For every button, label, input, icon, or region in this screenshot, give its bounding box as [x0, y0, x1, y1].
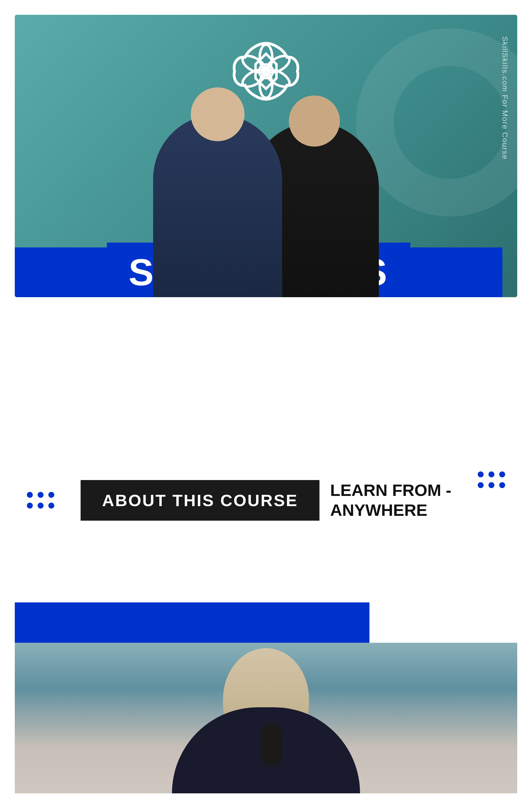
- dot: [27, 503, 33, 509]
- person-left-body: [153, 114, 282, 297]
- video-person: [158, 643, 374, 793]
- about-badge: ABOUT THIS COURSE: [81, 480, 320, 521]
- dot: [38, 503, 43, 509]
- video-person-body: [172, 707, 360, 793]
- dot: [478, 471, 483, 477]
- middle-section: ABOUT THIS COURSE LEARN FROM - ANYWHERE: [0, 398, 532, 602]
- dot: [49, 503, 54, 509]
- dot: [489, 482, 494, 488]
- dot: [499, 482, 505, 488]
- video-person-background: [15, 643, 517, 793]
- dot-grid-right: [478, 471, 505, 488]
- dot: [49, 492, 54, 498]
- video-thumbnail[interactable]: [15, 643, 517, 793]
- learn-from-anywhere-text: LEARN FROM - ANYWHERE: [330, 480, 451, 520]
- dot: [38, 492, 43, 498]
- learn-from-line1: LEARN FROM -: [330, 480, 451, 500]
- dot: [499, 471, 505, 477]
- person-left-head: [191, 87, 245, 141]
- dot: [478, 482, 483, 488]
- learn-from-line2: ANYWHERE: [330, 500, 451, 520]
- dot: [489, 471, 494, 477]
- hero-section: SkillSkills.com For More Course: [0, 0, 532, 398]
- video-microphone: [261, 723, 282, 766]
- dot: [27, 492, 33, 498]
- about-badge-text: ABOUT THIS COURSE: [102, 491, 298, 510]
- video-section: [0, 602, 532, 799]
- dot-grid-left: [27, 492, 54, 509]
- hero-image: SkillSkills.com For More Course: [15, 15, 517, 297]
- middle-content: ABOUT THIS COURSE LEARN FROM - ANYWHERE: [27, 480, 505, 521]
- person-right-head: [289, 95, 340, 147]
